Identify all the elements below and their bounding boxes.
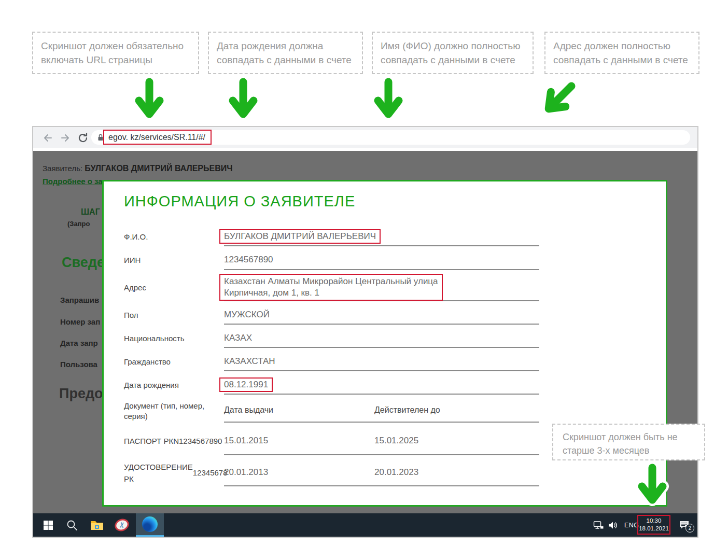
url-highlight-box[interactable]: egov. kz/services/SR.11/#/ bbox=[103, 130, 212, 145]
callout-screenshot-age: Скриншот должен быть не старше 3-х месяц… bbox=[552, 424, 705, 460]
document-row-id-card: УДОСТОВЕРЕНИЕ РК 12345678 20.01.2013 20.… bbox=[124, 459, 539, 486]
document-valid-date: 20.01.2023 bbox=[374, 467, 539, 478]
field-label: Адрес bbox=[124, 274, 224, 301]
field-value-line1: Казахстан Алматы Микрорайон Центральный … bbox=[224, 276, 438, 287]
network-tray-icon[interactable] bbox=[593, 513, 604, 537]
callout-birthdate-match: Дата рождения должна совпадать с данными… bbox=[208, 32, 363, 74]
highlight-box-address: Казахстан Алматы Микрорайон Центральный … bbox=[219, 274, 443, 301]
field-row-iin: ИИН 1234567890 bbox=[124, 250, 539, 270]
document-type-cell: УДОСТОВЕРЕНИЕ РК 12345678 bbox=[124, 459, 224, 486]
field-row-nationality: Национальность КАЗАХ bbox=[124, 329, 539, 348]
documents-header-row: Документ (тип, номер, серия) Дата выдачи… bbox=[124, 399, 539, 423]
field-row-citizenship: Гражданство КАЗАХСТАН bbox=[124, 352, 539, 371]
field-label: Дата рождения bbox=[124, 375, 224, 395]
search-icon bbox=[66, 519, 78, 531]
file-explorer-button[interactable] bbox=[85, 513, 109, 537]
field-value: КАЗАХСТАН bbox=[224, 356, 275, 367]
highlight-box-fio: БУЛГАКОВ ДМИТРИЙ ВАЛЕРЬЕВИЧ bbox=[219, 229, 381, 244]
field-row-gender: Пол МУЖСКОЙ bbox=[124, 305, 539, 325]
modal-title: ИНФОРМАЦИЯ О ЗАЯВИТЕЛЕ bbox=[124, 193, 355, 210]
down-arrow-icon bbox=[227, 78, 260, 121]
document-issued-date: 15.01.2015 bbox=[224, 436, 374, 446]
back-icon[interactable] bbox=[41, 132, 54, 144]
annotated-screenshot-page: { "annotations": { "top_callouts": [ "Ск… bbox=[0, 0, 728, 560]
field-label: Национальность bbox=[124, 329, 224, 348]
notification-center-button[interactable]: 2 bbox=[678, 513, 691, 537]
field-row-fio: Ф.И.О. БУЛГАКОВ ДМИТРИЙ ВАЛЕРЬЕВИЧ bbox=[124, 227, 539, 246]
document-number: N1234567890 bbox=[173, 435, 222, 447]
bg-fragment-field4: Пользова bbox=[60, 360, 97, 369]
callout-address-match: Адрес должен полностью совпадать с данны… bbox=[544, 32, 699, 74]
tray-date: 18.01.2021 bbox=[639, 525, 669, 533]
forward-icon[interactable] bbox=[59, 132, 72, 144]
snipping-tool-button[interactable]: ✂ bbox=[110, 513, 134, 537]
bg-fragment-step: ШАГ bbox=[81, 207, 100, 217]
network-icon bbox=[593, 521, 604, 530]
bg-fragment-field3: Дата запр bbox=[60, 339, 98, 347]
file-explorer-icon bbox=[90, 519, 104, 531]
edge-icon bbox=[142, 516, 158, 532]
callout-name-match: Имя (ФИО) должно полностью совпадать с д… bbox=[372, 32, 534, 74]
edge-browser-button[interactable] bbox=[136, 513, 164, 537]
tray-time: 10:30 bbox=[647, 517, 662, 525]
field-label: ИИН bbox=[124, 250, 224, 270]
issued-column-header: Дата выдачи bbox=[224, 405, 374, 415]
bg-fragment-field2: Номер зап bbox=[60, 317, 100, 326]
document-valid-date: 15.01.2025 bbox=[374, 436, 539, 446]
down-arrow-outlined-icon bbox=[636, 464, 669, 507]
down-left-arrow-icon bbox=[532, 72, 586, 126]
bg-fragment-field1: Запрашив bbox=[60, 296, 99, 304]
applicant-name: БУЛГАКОВ ДМИТРИЙ ВАЛЕРЬЕВИЧ bbox=[85, 164, 232, 173]
field-value: БУЛГАКОВ ДМИТРИЙ ВАЛЕРЬЕВИЧ bbox=[224, 231, 376, 241]
windows-logo-icon bbox=[43, 520, 54, 531]
down-arrow-icon bbox=[372, 78, 405, 121]
notification-count-badge: 2 bbox=[685, 524, 694, 533]
document-type: УДОСТОВЕРЕНИЕ РК bbox=[124, 461, 193, 485]
browser-window: egov. kz/services/SR.11/#/ Заявитель: БУ… bbox=[32, 126, 698, 538]
applicant-line: Заявитель: БУЛГАКОВ ДМИТРИЙ ВАЛЕРЬЕВИЧ bbox=[43, 164, 233, 173]
field-value: КАЗАХ bbox=[224, 333, 252, 343]
document-type: ПАСПОРТ РК bbox=[124, 435, 173, 447]
document-number: 12345678 bbox=[193, 467, 228, 479]
bg-fragment-request: (Запро bbox=[67, 220, 90, 228]
applicant-label: Заявитель: bbox=[43, 164, 82, 173]
scissors-glyph: ✂ bbox=[118, 521, 127, 529]
documents-label: Документ (тип, номер, серия) bbox=[124, 399, 224, 423]
document-row-passport: ПАСПОРТ РК N1234567890 15.01.2015 15.01.… bbox=[124, 427, 539, 455]
valid-column-header: Действителен до bbox=[374, 405, 539, 415]
bg-fragment-heading: Сведе bbox=[62, 255, 105, 271]
highlight-box-birthdate: 08.12.1991 bbox=[219, 377, 273, 392]
volume-tray-icon[interactable] bbox=[608, 513, 618, 537]
field-row-address: Адрес Казахстан Алматы Микрорайон Центра… bbox=[124, 274, 539, 301]
field-value: 1234567890 bbox=[224, 255, 273, 265]
field-value: 08.12.1991 bbox=[224, 380, 268, 389]
windows-taskbar: ✂ ENG 10:30 18.01.2021 bbox=[33, 513, 697, 537]
field-value-line2: Кирпичная, дом 1, кв. 1 bbox=[224, 287, 438, 299]
browser-toolbar: egov. kz/services/SR.11/#/ bbox=[33, 127, 697, 149]
document-issued-date: 20.01.2013 bbox=[224, 467, 374, 478]
clock-highlight-box[interactable]: 10:30 18.01.2021 bbox=[637, 515, 670, 535]
field-value: МУЖСКОЙ bbox=[224, 310, 270, 320]
reload-icon[interactable] bbox=[77, 132, 89, 144]
callout-url-required: Скриншот должен обязательно включать URL… bbox=[32, 32, 199, 74]
field-label: Ф.И.О. bbox=[124, 227, 224, 246]
address-bar[interactable]: egov. kz/services/SR.11/#/ bbox=[91, 130, 690, 145]
speaker-icon bbox=[608, 521, 618, 530]
snipping-tool-icon: ✂ bbox=[113, 517, 131, 534]
field-row-birthdate: Дата рождения 08.12.1991 bbox=[124, 375, 539, 395]
document-type-cell: ПАСПОРТ РК N1234567890 bbox=[124, 427, 224, 455]
taskbar-search-button[interactable] bbox=[60, 513, 84, 537]
start-button[interactable] bbox=[36, 513, 60, 537]
field-label: Гражданство bbox=[124, 352, 224, 371]
field-label: Пол bbox=[124, 305, 224, 325]
down-arrow-icon bbox=[133, 78, 166, 121]
